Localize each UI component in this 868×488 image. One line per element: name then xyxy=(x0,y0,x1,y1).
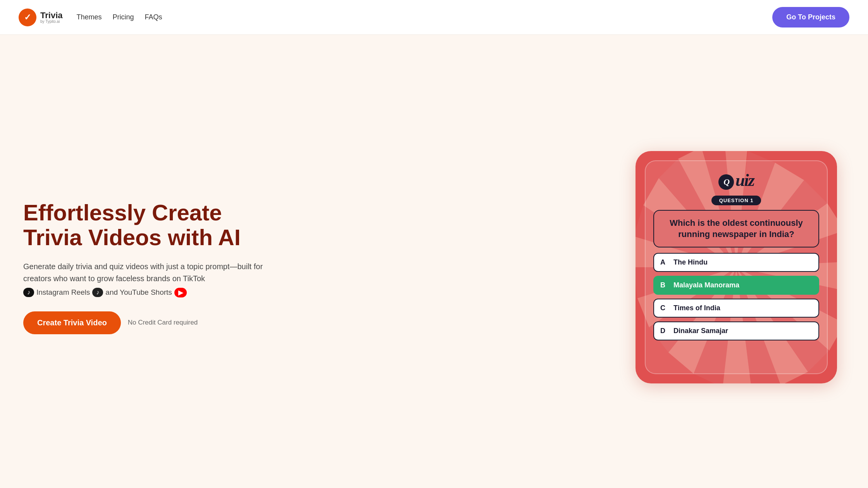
quiz-logo-rest: uiz xyxy=(735,171,754,190)
quiz-logo: Quiz xyxy=(718,170,754,190)
answer-a-text: The Hindu xyxy=(673,258,708,266)
logo-icon: ✓ xyxy=(19,9,36,26)
logo[interactable]: ✓ Trivia by Typito.ai xyxy=(19,9,62,26)
youtube-badge: ▶ xyxy=(174,288,187,297)
answer-c: C Times of India xyxy=(653,299,819,318)
hero-section: Effortlessly Create Trivia Videos with A… xyxy=(23,200,264,334)
no-credit-card-text: No Credit Card required xyxy=(128,319,198,326)
navbar: ✓ Trivia by Typito.ai Themes Pricing FAQ… xyxy=(0,0,868,35)
answer-a: A The Hindu xyxy=(653,253,819,272)
logo-by: by Typito.ai xyxy=(40,20,62,24)
main-content: Effortlessly Create Trivia Videos with A… xyxy=(0,35,868,488)
answer-c-letter: C xyxy=(660,304,668,312)
answers-list: A The Hindu B Malayala Manorama C Times … xyxy=(653,253,819,340)
quiz-card-inner: Quiz QUESTION 1 Which is the oldest cont… xyxy=(645,160,828,374)
logo-name: Trivia xyxy=(40,11,62,20)
nav-themes[interactable]: Themes xyxy=(76,13,102,21)
tiktok-icon-2: ♪ xyxy=(96,289,99,296)
hero-description: Generate daily trivia and quiz videos wi… xyxy=(23,261,264,285)
hero-title: Effortlessly Create Trivia Videos with A… xyxy=(23,200,264,250)
hero-platforms: ♪ Instagram Reels ♪ and YouTube Shorts ▶ xyxy=(23,288,264,297)
nav-pricing[interactable]: Pricing xyxy=(113,13,134,21)
quiz-card-section: Quiz QUESTION 1 Which is the oldest cont… xyxy=(628,151,845,383)
quiz-q-bubble: Q xyxy=(718,174,734,190)
tiktok-icon-1: ♪ xyxy=(27,289,30,296)
youtube-shorts-text: and YouTube Shorts xyxy=(105,288,172,297)
answer-b-letter: B xyxy=(660,281,668,289)
answer-b: B Malayala Manorama xyxy=(653,276,819,295)
answer-d-text: Dinakar Samajar xyxy=(673,327,728,335)
tiktok-badge-1: ♪ xyxy=(23,288,34,297)
create-trivia-video-button[interactable]: Create Trivia Video xyxy=(23,311,121,334)
answer-a-letter: A xyxy=(660,258,668,266)
question-box: Which is the oldest continuously running… xyxy=(653,210,819,247)
question-label: QUESTION 1 xyxy=(711,196,761,205)
nav-faqs[interactable]: FAQs xyxy=(145,13,162,21)
quiz-card-outer: Quiz QUESTION 1 Which is the oldest cont… xyxy=(636,151,837,383)
cta-row: Create Trivia Video No Credit Card requi… xyxy=(23,311,264,334)
answer-d: D Dinakar Samajar xyxy=(653,321,819,340)
nav-links: Themes Pricing FAQs xyxy=(76,13,162,21)
tiktok-badge-2: ♪ xyxy=(92,288,103,297)
answer-b-text: Malayala Manorama xyxy=(673,281,739,289)
answer-d-letter: D xyxy=(660,327,668,335)
go-to-projects-button[interactable]: Go To Projects xyxy=(772,7,849,27)
instagram-reels-text: Instagram Reels xyxy=(36,288,90,297)
quiz-logo-text: Quiz xyxy=(718,171,754,190)
answer-c-text: Times of India xyxy=(673,304,720,312)
